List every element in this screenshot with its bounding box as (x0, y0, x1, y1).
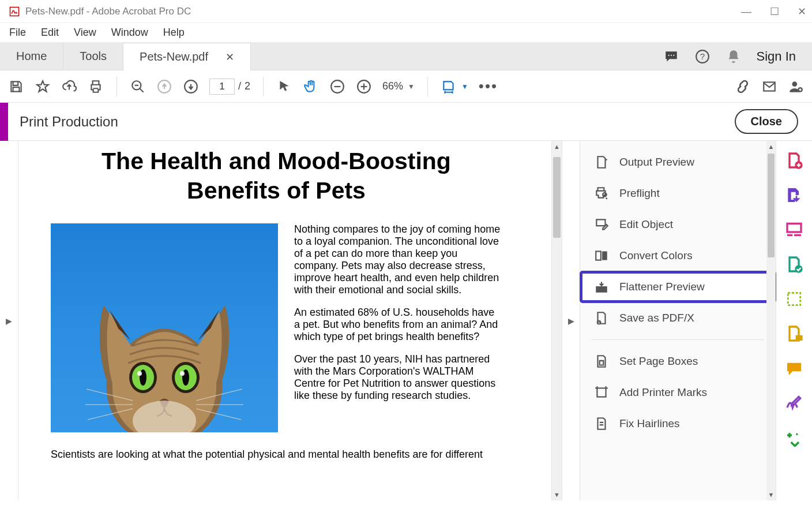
svg-text:•: • (796, 431, 798, 439)
toolbar: / 2 66% ▼ ▼ ••• (0, 70, 812, 103)
svg-rect-37 (602, 251, 607, 260)
page-separator: / (238, 80, 241, 92)
svg-point-17 (792, 81, 798, 87)
title-bar: Pets-New.pdf - Adobe Acrobat Pro DC — ☐ … (0, 0, 812, 23)
pdfx-icon: X (594, 311, 609, 326)
notifications-bell-icon[interactable] (725, 48, 742, 65)
tab-home[interactable]: Home (0, 43, 63, 70)
hairlines-icon (594, 416, 609, 431)
panel-item-convert-colors[interactable]: Convert Colors (580, 240, 776, 271)
comment-tool-icon[interactable] (785, 324, 803, 343)
export-pdf-tool-icon[interactable] (785, 186, 803, 204)
panel-item-label: Preflight (619, 187, 660, 200)
zoom-indicator[interactable]: 66% ▼ (382, 80, 415, 92)
menu-help[interactable]: Help (163, 27, 185, 39)
document-gear-icon (594, 155, 609, 170)
panel-item-add-printer-marks[interactable]: Add Printer Marks (580, 377, 776, 408)
left-nav-pane-toggle[interactable]: ▶ (0, 141, 18, 500)
panel-item-label: Set Page Boxes (619, 355, 698, 368)
panel-item-flattener-preview[interactable]: Flattener Preview (580, 271, 776, 302)
separator (116, 77, 117, 96)
scroll-down-icon[interactable]: ▼ (766, 491, 776, 498)
comment-bubble-icon[interactable] (663, 48, 679, 65)
panel-item-label: Fix Hairlines (619, 417, 680, 430)
tab-document[interactable]: Pets-New.pdf ✕ (123, 43, 251, 70)
menu-file[interactable]: File (9, 27, 26, 39)
close-window-button[interactable]: ✕ (798, 6, 806, 17)
panel-vertical-scrollbar[interactable]: ▲ ▼ (766, 141, 776, 500)
chevron-down-icon[interactable]: ▼ (461, 83, 468, 91)
scroll-up-icon[interactable]: ▲ (766, 143, 776, 150)
create-pdf-tool-icon[interactable] (785, 151, 803, 170)
panel-item-fix-hairlines[interactable]: Fix Hairlines (580, 408, 776, 439)
panel-item-set-page-boxes[interactable]: Set Page Boxes (580, 346, 776, 377)
svg-point-1 (668, 54, 669, 55)
separator (427, 77, 428, 96)
close-tool-button[interactable]: Close (735, 109, 798, 134)
menu-view[interactable]: View (74, 27, 96, 39)
pdf-paragraph: Nothing compares to the joy of coming ho… (294, 223, 502, 296)
pdf-paragraph: An estimated 68% of U.S. households have… (294, 307, 502, 343)
svg-text:?: ? (700, 51, 704, 61)
scroll-up-icon[interactable]: ▲ (552, 143, 562, 150)
separator (263, 77, 264, 96)
app-icon (9, 6, 20, 17)
hand-tool-icon[interactable] (303, 79, 319, 95)
tab-label: Pets-New.pdf (140, 50, 208, 63)
email-icon[interactable] (761, 79, 777, 95)
svg-rect-53 (796, 335, 803, 341)
star-icon[interactable] (35, 79, 51, 95)
add-person-icon[interactable] (788, 79, 804, 95)
zoom-in-icon[interactable] (356, 79, 372, 95)
svg-rect-36 (596, 251, 601, 260)
panel-item-label: Add Printer Marks (619, 386, 707, 399)
page-boxes-icon (594, 354, 609, 369)
menu-edit[interactable]: Edit (41, 27, 59, 39)
save-icon[interactable] (8, 79, 24, 95)
total-pages: 2 (245, 80, 250, 92)
sign-tool-icon[interactable] (785, 394, 803, 412)
panel-item-preflight[interactable]: Preflight (580, 178, 776, 209)
zoom-value: 66% (382, 80, 403, 92)
pointer-tool-icon[interactable] (276, 79, 292, 95)
sticky-note-tool-icon[interactable] (785, 359, 803, 378)
share-link-icon[interactable] (735, 79, 751, 95)
panel-item-save-as-pdfx[interactable]: X Save as PDF/X (580, 302, 776, 334)
main-area: ▶ The Health and Mood-Boosting Benefits … (0, 141, 812, 500)
fit-width-scroll-icon[interactable] (441, 79, 457, 95)
maximize-button[interactable]: ☐ (770, 6, 779, 17)
zoom-out-icon[interactable] (329, 79, 345, 95)
measure-tool-icon[interactable] (785, 290, 803, 308)
current-page-input[interactable] (209, 79, 235, 95)
more-tools-icon[interactable]: • (785, 428, 803, 447)
panel-item-output-preview[interactable]: Output Preview (580, 147, 776, 178)
svg-point-28 (180, 371, 185, 376)
panel-item-label: Flattener Preview (619, 281, 705, 293)
sign-in-link[interactable]: Sign In (757, 49, 796, 64)
cloud-upload-icon[interactable] (61, 79, 77, 95)
svg-point-27 (137, 371, 142, 376)
tool-accent-stripe (0, 103, 8, 141)
right-pane-toggle[interactable]: ▶ (562, 141, 580, 500)
document-vertical-scrollbar[interactable]: ▲ ▼ (551, 141, 562, 500)
next-page-icon[interactable] (183, 79, 199, 95)
document-view[interactable]: The Health and Mood-Boosting Benefits of… (18, 141, 551, 500)
panel-item-edit-object[interactable]: Edit Object (580, 209, 776, 240)
menu-window[interactable]: Window (111, 27, 148, 39)
panel-divider (592, 339, 764, 340)
scrollbar-thumb[interactable] (768, 154, 775, 257)
organize-pages-tool-icon[interactable] (785, 221, 803, 239)
close-icon[interactable]: ✕ (225, 51, 234, 63)
print-icon[interactable] (88, 79, 104, 95)
more-options-icon[interactable]: ••• (479, 77, 498, 95)
scroll-down-icon[interactable]: ▼ (552, 491, 562, 498)
previous-page-icon[interactable] (156, 79, 172, 95)
scrollbar-thumb[interactable] (553, 157, 561, 238)
zoom-out-find-icon[interactable] (130, 79, 146, 95)
svg-rect-52 (788, 293, 800, 305)
send-tool-icon[interactable] (785, 255, 803, 274)
tab-tools[interactable]: Tools (63, 43, 123, 70)
panel-item-label: Output Preview (619, 156, 694, 169)
minimize-button[interactable]: — (741, 6, 751, 17)
help-icon[interactable]: ? (694, 48, 710, 65)
